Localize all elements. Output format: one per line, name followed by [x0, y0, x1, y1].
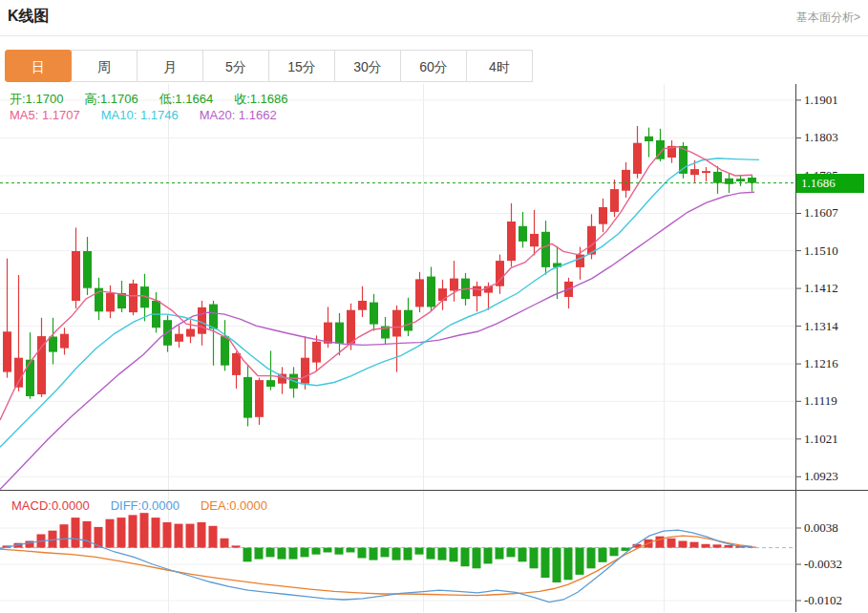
price-axis-label: 1.1314 [804, 319, 865, 334]
macd-legend: MACD:0.0000DIFF:0.0000DEA:0.0000 [11, 498, 288, 513]
ohlc-开: 开:1.1700 [10, 92, 63, 106]
price-axis-label: 1.1412 [804, 281, 865, 296]
ohlc-收: 收:1.1686 [234, 92, 287, 106]
ohlc-legend: 开:1.1700高:1.1706低:1.1664收:1.1686 [10, 91, 309, 108]
legend-ma5: MA5: 1.1707 [10, 108, 80, 122]
legend-dea: DEA:0.0000 [201, 498, 267, 513]
price-axis-label: 1.1021 [804, 432, 865, 447]
price-axis-label: 1.1803 [804, 130, 865, 145]
ohlc-低: 低:1.1664 [159, 92, 213, 106]
tab-日[interactable]: 日 [5, 50, 72, 82]
ohlc-高: 高:1.1706 [84, 92, 138, 106]
macd-axis-label: -0.0102 [804, 593, 865, 608]
ma-legend: MA5: 1.1707MA10: 1.1746MA20: 1.1662 [10, 108, 298, 122]
legend-diff: DIFF:0.0000 [111, 498, 180, 513]
macd-axis-label: -0.0032 [804, 557, 865, 572]
legend-ma10: MA10: 1.1746 [101, 108, 179, 122]
price-axis-label: 1.1607 [804, 205, 865, 221]
legend-macd: MACD:0.0000 [11, 498, 90, 513]
kline-page: K线图 基本面分析> 日周月5分15分30分60分4时 开:1.1700高:1.… [0, 0, 868, 613]
price-axis-label: 1.1901 [804, 93, 865, 108]
price-axis-label: 1.1216 [804, 356, 865, 371]
price-axis-label: 1.1510 [804, 243, 865, 259]
price-axis-label: 1.0923 [804, 469, 865, 484]
macd-axis-label: 0.0038 [804, 520, 865, 536]
price-axis-label: 1.1119 [804, 393, 865, 409]
current-price-badge: 1.1686 [796, 174, 864, 193]
legend-ma20: MA20: 1.1662 [200, 108, 277, 122]
